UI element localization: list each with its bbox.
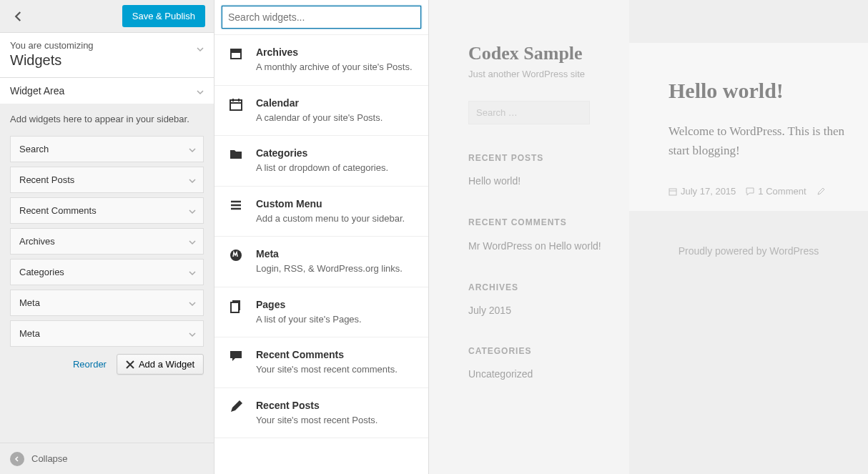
customizer-body: Add widgets here to appear in your sideb… xyxy=(0,104,214,443)
svg-rect-6 xyxy=(669,189,676,195)
configured-widget-label: Meta xyxy=(19,328,40,339)
preview-search-box[interactable]: Search … xyxy=(468,101,590,124)
calendar-icon xyxy=(227,97,245,124)
post-body: Welcome to WordPress. This is then start… xyxy=(669,122,868,160)
preview-main: Hello world! Welcome to WordPress. This … xyxy=(629,0,868,474)
recent-comments-heading: RECENT COMMENTS xyxy=(468,217,629,227)
help-text: Add widgets here to appear in your sideb… xyxy=(10,113,204,126)
folder-icon xyxy=(227,147,245,174)
available-widget-title: Pages xyxy=(256,299,362,310)
available-widget-desc: Add a custom menu to your sidebar. xyxy=(256,212,405,225)
available-widget-desc: Login, RSS, & WordPress.org links. xyxy=(256,262,403,275)
available-widget-title: Meta xyxy=(256,248,403,260)
menu-icon xyxy=(227,198,245,225)
chevron-down-icon xyxy=(189,268,196,279)
pin-icon xyxy=(227,400,245,427)
configured-widget-item[interactable]: Search xyxy=(10,136,204,162)
available-widget-desc: A list of your site's Pages. xyxy=(256,313,362,326)
svg-point-3 xyxy=(230,250,242,261)
chevron-down-icon xyxy=(197,87,204,98)
widget-search-wrap xyxy=(214,0,428,35)
customizer-panel: Save & Publish You are customizing Widge… xyxy=(0,0,214,474)
available-widget-item[interactable]: ArchivesA monthly archive of your site's… xyxy=(214,35,428,86)
archive-link[interactable]: July 2015 xyxy=(468,304,629,318)
customizer-context[interactable]: You are customizing Widgets xyxy=(0,33,214,78)
reorder-link[interactable]: Reorder xyxy=(73,359,107,370)
widget-search-input[interactable] xyxy=(222,6,421,29)
available-widget-title: Recent Comments xyxy=(256,349,398,360)
configured-widget-item[interactable]: Meta xyxy=(10,290,204,316)
available-widget-title: Recent Posts xyxy=(256,400,378,411)
section-title: Widget Area xyxy=(10,85,64,97)
available-widget-item[interactable]: CalendarA calendar of your site's Posts. xyxy=(214,86,428,137)
chevron-down-icon xyxy=(189,299,196,310)
chevron-down-icon xyxy=(189,207,196,217)
available-widgets-panel: ArchivesA monthly archive of your site's… xyxy=(214,0,429,474)
collapse-button[interactable]: Collapse xyxy=(0,443,214,474)
available-widget-item[interactable]: Recent PostsYour site's most recent Post… xyxy=(214,388,428,439)
recent-posts-heading: RECENT POSTS xyxy=(468,153,629,163)
available-widget-desc: A calendar of your site's Posts. xyxy=(256,112,383,124)
configured-widget-item[interactable]: Categories xyxy=(10,259,204,285)
comment-icon xyxy=(746,187,754,196)
configured-widget-item[interactable]: Recent Comments xyxy=(10,197,204,224)
svg-rect-2 xyxy=(230,100,242,110)
categories-heading: CATEGORIES xyxy=(468,346,629,356)
site-tagline: Just another WordPress site xyxy=(468,69,629,79)
svg-rect-5 xyxy=(231,302,239,312)
available-widget-item[interactable]: Recent CommentsYour site's most recent c… xyxy=(214,337,428,388)
available-widget-desc: Your site's most recent comments. xyxy=(256,363,398,376)
available-widget-title: Categories xyxy=(256,147,388,159)
chevron-down-icon xyxy=(189,237,196,248)
chevron-down-icon xyxy=(189,145,196,156)
available-widget-desc: A monthly archive of your site's Posts. xyxy=(256,61,413,74)
svg-rect-1 xyxy=(231,52,241,59)
add-widget-button[interactable]: Add a Widget xyxy=(117,354,204,375)
preview-sidebar: Codex Sample Just another WordPress site… xyxy=(429,0,629,474)
edit-icon[interactable] xyxy=(817,187,825,196)
available-widget-title: Calendar xyxy=(256,97,383,109)
available-widgets-list[interactable]: ArchivesA monthly archive of your site's… xyxy=(214,35,428,474)
configured-widget-label: Recent Comments xyxy=(19,205,97,216)
available-widget-desc: A list or dropdown of categories. xyxy=(256,162,388,174)
category-link[interactable]: Uncategorized xyxy=(468,367,629,382)
available-widget-item[interactable]: Custom MenuAdd a custom menu to your sid… xyxy=(214,187,428,237)
preview-pane: Codex Sample Just another WordPress site… xyxy=(429,0,868,474)
available-widget-title: Custom Menu xyxy=(256,198,405,209)
available-widget-item[interactable]: MetaLogin, RSS, & WordPress.org links. xyxy=(214,237,428,287)
chevron-down-icon xyxy=(189,330,196,340)
configured-widget-label: Recent Posts xyxy=(19,174,74,185)
post-title[interactable]: Hello world! xyxy=(669,79,868,103)
recent-post-link[interactable]: Hello world! xyxy=(468,174,629,189)
configured-widget-item[interactable]: Recent Posts xyxy=(10,167,204,193)
configured-widget-label: Search xyxy=(19,144,49,154)
comment-icon xyxy=(227,349,245,376)
post-date: July 17, 2015 xyxy=(669,186,736,197)
chevron-down-icon xyxy=(189,176,196,187)
archive-icon xyxy=(227,46,245,74)
save-publish-button[interactable]: Save & Publish xyxy=(122,5,205,27)
comment-post-link[interactable]: Hello world! xyxy=(549,240,601,252)
collapse-icon xyxy=(10,452,24,466)
available-widget-item[interactable]: CategoriesA list or dropdown of categori… xyxy=(214,136,428,187)
add-widget-label: Add a Widget xyxy=(139,359,194,370)
context-title: Widgets xyxy=(10,52,204,69)
site-title: Codex Sample xyxy=(468,43,629,64)
preview-footer: Proudly powered by WordPress xyxy=(629,235,868,267)
back-button[interactable] xyxy=(9,6,29,26)
configured-widget-item[interactable]: Meta xyxy=(10,320,204,347)
comment-author-link[interactable]: Mr WordPress xyxy=(468,240,532,252)
available-widget-title: Archives xyxy=(256,46,413,58)
configured-widget-label: Archives xyxy=(19,236,55,247)
pages-icon xyxy=(227,299,245,326)
chevron-left-icon xyxy=(12,10,25,23)
calendar-icon xyxy=(669,187,677,196)
svg-rect-0 xyxy=(230,49,242,51)
available-widget-item[interactable]: PagesA list of your site's Pages. xyxy=(214,287,428,338)
configured-widget-label: Meta xyxy=(19,297,40,308)
section-widget-area[interactable]: Widget Area xyxy=(0,78,214,104)
post-comments[interactable]: 1 Comment xyxy=(746,186,806,197)
collapse-label: Collapse xyxy=(31,453,68,464)
post-card: Hello world! Welcome to WordPress. This … xyxy=(629,43,868,211)
configured-widget-item[interactable]: Archives xyxy=(10,228,204,255)
